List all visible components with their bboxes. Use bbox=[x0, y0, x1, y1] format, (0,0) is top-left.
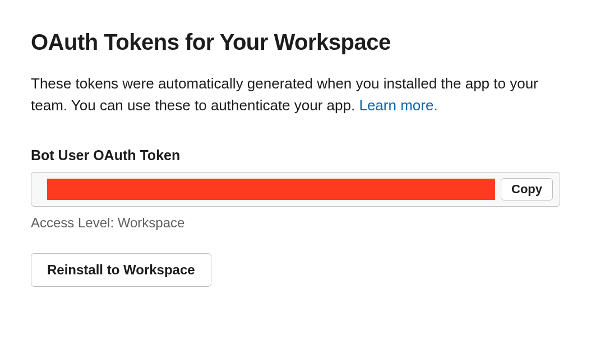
access-level-text: Access Level: Workspace bbox=[31, 215, 560, 231]
page-heading: OAuth Tokens for Your Workspace bbox=[31, 28, 560, 56]
bot-token-field: Copy bbox=[31, 172, 560, 207]
description-body: These tokens were automatically generate… bbox=[31, 75, 538, 114]
description-text: These tokens were automatically generate… bbox=[31, 73, 560, 116]
copy-button[interactable]: Copy bbox=[501, 178, 553, 200]
bot-token-label: Bot User OAuth Token bbox=[31, 147, 560, 164]
learn-more-link[interactable]: Learn more. bbox=[359, 97, 437, 114]
reinstall-workspace-button[interactable]: Reinstall to Workspace bbox=[31, 253, 211, 287]
bot-token-value-redacted[interactable] bbox=[47, 179, 495, 200]
